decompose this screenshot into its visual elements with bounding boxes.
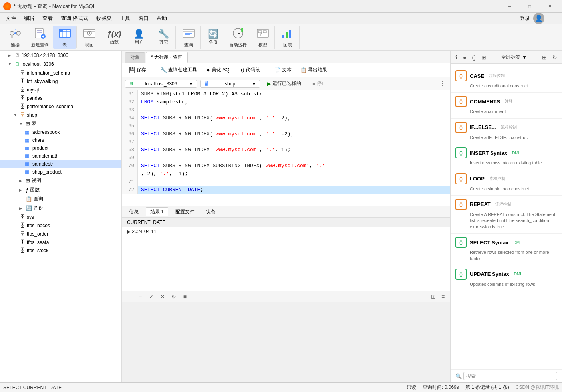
menu-window[interactable]: 窗口 — [134, 14, 153, 23]
sidebar-item-views[interactable]: ▶ ⊞ 视图 — [0, 176, 121, 185]
menu-edit[interactable]: 编辑 — [20, 14, 38, 23]
rp-item-repeat[interactable]: () REPEAT 流程控制 Create A REPEAT construct… — [451, 196, 562, 234]
login-label[interactable]: 登录 — [520, 15, 530, 22]
panel-refresh-icon[interactable]: ↻ — [551, 53, 559, 61]
sidebar-item-chars[interactable]: ▦ chars — [0, 136, 121, 144]
menu-tools[interactable]: 工具 — [116, 14, 134, 23]
create-tool-button[interactable]: 🔧 查询创建工具 — [157, 65, 201, 75]
toolbar-chart[interactable]: 图表 — [276, 26, 300, 49]
grid-view-button[interactable]: ⊞ — [429, 293, 437, 301]
rp-item-case[interactable]: () CASE 流程控制 Create a conditional constr… — [451, 67, 562, 93]
sidebar-item-tables[interactable]: ▼ ⊞ 表 — [0, 119, 121, 128]
sidebar-item-tfos-seata[interactable]: 🗄 tfos_seata — [0, 238, 121, 246]
sidebar-item-sys[interactable]: 🗄 sys — [0, 213, 121, 221]
menu-file[interactable]: 文件 — [2, 14, 20, 23]
refresh-button[interactable]: ↻ — [170, 293, 178, 301]
text-button[interactable]: 📄 文本 — [270, 65, 295, 75]
toolbar-autorun[interactable]: ✓ 自动运行 — [226, 26, 250, 49]
rp-item-ifelse[interactable]: () IF...ELSE... 流程控制 Create a IF...ELSE.… — [451, 119, 562, 144]
menu-query[interactable]: 查询 格式式 — [57, 14, 92, 23]
panel-title-arrow[interactable]: ▼ — [522, 55, 527, 60]
toolbar-model[interactable]: 模型 — [251, 26, 275, 49]
sidebar-item-pandas[interactable]: 🗄 pandas — [0, 94, 121, 102]
export-button[interactable]: 📋 导出结果 — [297, 65, 331, 75]
toolbar-user[interactable]: 👤 用户 — [127, 26, 151, 49]
rp-item-comments[interactable]: () COMMENTS 注释 Create a comment — [451, 93, 562, 118]
menu-help[interactable]: 帮助 — [153, 14, 171, 23]
rp-item-insert[interactable]: () INSERT Syntax DML Insert new rows int… — [451, 144, 562, 170]
sidebar-item-samplemath[interactable]: ▦ samplemath — [0, 152, 121, 160]
rp-item-update[interactable]: () UPDATE Syntax DML Updates columns of … — [451, 265, 562, 291]
toolbar-view[interactable]: 视图 — [77, 26, 101, 49]
sidebar-item-performance-schema[interactable]: 🗄 performance_schema — [0, 102, 121, 111]
sidebar-item-shop-product[interactable]: ▦ shop_product — [0, 168, 121, 176]
sidebar-item-functions[interactable]: ▶ ƒ 函数 — [0, 185, 121, 194]
run-selected-button[interactable]: ▶ 运行已选择的 — [263, 79, 305, 88]
sidebar-item-shop[interactable]: ▼ 🗄 shop — [0, 111, 121, 119]
sidebar-item-queries[interactable]: 📋 查询 — [0, 194, 121, 204]
eye-icon[interactable]: ● — [461, 53, 468, 61]
sidebar-item-iot[interactable]: 🗄 iot_skywalking — [0, 77, 121, 85]
db-label-perf: performance_schema — [27, 104, 73, 109]
toolbar-table[interactable]: 表 — [53, 26, 77, 49]
sidebar-item-mysql[interactable]: 🗄 mysql — [0, 85, 121, 94]
sidebar-item-information-schema[interactable]: 🗄 information_schema — [0, 69, 121, 77]
sidebar-item-product[interactable]: ▦ product — [0, 144, 121, 152]
tab-objects[interactable]: 对象 — [125, 52, 145, 63]
toolbar-other[interactable]: 🔧 其它 — [152, 26, 176, 49]
tab-query[interactable]: * 无标题 - 查询 — [146, 52, 188, 63]
minimize-button[interactable]: ─ — [500, 0, 519, 13]
add-row-button[interactable]: + — [125, 293, 133, 301]
code-seg-button[interactable]: () 代码段 — [237, 65, 263, 75]
sidebar-item-backups[interactable]: ▶ 🔄 备份 — [0, 204, 121, 213]
sql-editor[interactable]: 61 SUBSTRING(str1 FROM 3 FOR 2) AS sub_s… — [122, 90, 450, 206]
delete-row-button[interactable]: − — [136, 293, 144, 301]
rp-item-loop-title: LOOP — [470, 176, 485, 182]
stop-button[interactable]: ■ 停止 — [308, 79, 330, 88]
maximize-button[interactable]: □ — [520, 0, 539, 13]
info-icon[interactable]: ℹ — [454, 53, 459, 61]
table-row[interactable]: ▶ 2024-04-11 — [122, 227, 450, 236]
toolbar-connect[interactable]: + 连接 — [3, 26, 27, 49]
connection-selector[interactable]: 🖥 localhost_3306 ▼ — [125, 80, 197, 88]
svg-point-0 — [10, 31, 14, 35]
grid-icon[interactable]: ⊞ — [480, 53, 488, 61]
search-input[interactable] — [463, 372, 557, 380]
toolbar-new-query[interactable]: + 新建查询 — [28, 26, 52, 49]
database-selector[interactable]: 🗄 shop ▼ — [200, 80, 260, 88]
confirm-button[interactable]: ✓ — [147, 293, 155, 301]
stop-result-button[interactable]: ■ — [181, 293, 189, 301]
close-button[interactable]: ✕ — [540, 0, 559, 13]
toolbar-function[interactable]: ƒ(x) 函数 — [102, 26, 126, 49]
app-icon — [3, 2, 11, 10]
sidebar-item-conn1[interactable]: ▶ 🖥 192.168.42.128_3306 — [0, 51, 121, 60]
menu-view[interactable]: 查看 — [38, 14, 57, 23]
sidebar-item-tfos-stock[interactable]: 🗄 tfos_stock — [0, 246, 121, 255]
sidebar-item-addressbook[interactable]: ▦ addressbook — [0, 128, 121, 136]
result-tab-config[interactable]: 配置文件 — [171, 208, 199, 216]
result-tab-info[interactable]: 信息 — [125, 208, 143, 216]
brackets-icon[interactable]: () — [470, 53, 477, 61]
sidebar-item-tfos-nacos[interactable]: 🗄 tfos_nacos — [0, 221, 121, 230]
sidebar-item-samplestr[interactable]: ▦ samplestr — [0, 160, 121, 168]
svg-rect-39 — [289, 30, 291, 38]
rp-item-select[interactable]: () SELECT Syntax DML Retrieve rows selec… — [451, 234, 562, 265]
sidebar-item-conn2[interactable]: ▼ 🖥 localhost_3306 — [0, 60, 121, 69]
rp-item-loop[interactable]: () LOOP 流程控制 Create a simple loop constr… — [451, 170, 562, 196]
result-tab-result1[interactable]: 结果 1 — [146, 207, 168, 216]
sidebar-item-tfos-order[interactable]: 🗄 tfos_order — [0, 230, 121, 238]
chart-label: 图表 — [283, 42, 292, 48]
panel-search-icon[interactable]: ⊞ — [540, 53, 548, 61]
view-icon — [83, 27, 96, 41]
cancel-row-button[interactable]: ✕ — [159, 293, 167, 301]
form-view-button[interactable]: ≡ — [439, 293, 447, 301]
toolbar-backup[interactable]: 🔄 备份 — [201, 26, 225, 49]
user-avatar[interactable]: 👤 — [533, 13, 544, 24]
toolbar-query[interactable]: 查询 — [177, 26, 201, 49]
line-content-63 — [138, 106, 450, 114]
menu-favorites[interactable]: 收藏夹 — [92, 14, 116, 23]
save-button[interactable]: 💾 保存 — [125, 65, 150, 75]
result-tab-status[interactable]: 状态 — [202, 208, 219, 216]
more-options-icon[interactable]: ⋮ — [439, 80, 445, 87]
beautify-button[interactable]: ✦ 美化 SQL — [202, 65, 236, 75]
